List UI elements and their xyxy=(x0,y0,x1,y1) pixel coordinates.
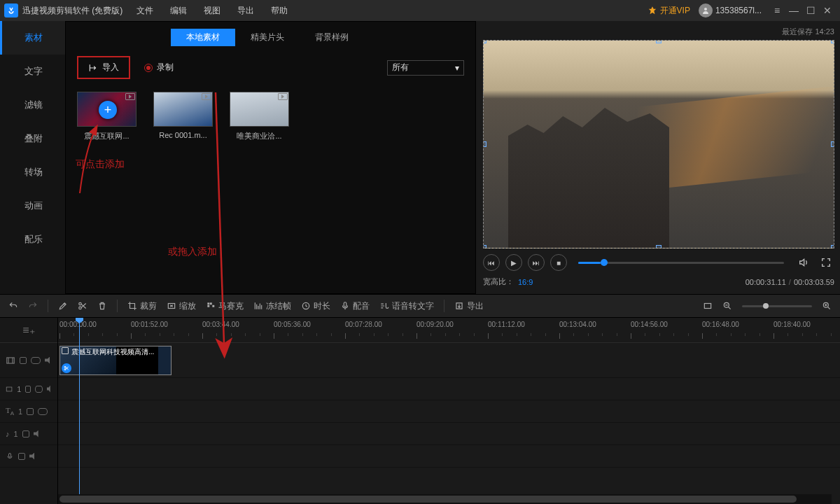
playhead[interactable] xyxy=(79,318,80,504)
crop-button[interactable]: 裁剪 xyxy=(127,300,157,312)
track-header-pip[interactable]: 1 xyxy=(0,378,57,400)
timeline-ruler[interactable]: 00:00:00.0000:01:52.0000:03:44.0000:05:3… xyxy=(58,318,840,343)
media-item[interactable]: Rec 0001.m... xyxy=(153,92,213,141)
svg-rect-4 xyxy=(207,302,209,304)
aspect-label: 宽高比： xyxy=(483,276,514,287)
split-button[interactable] xyxy=(78,301,88,311)
prev-frame-button[interactable]: ⏮ xyxy=(483,254,500,271)
media-tab-intros[interactable]: 精美片头 xyxy=(235,29,300,46)
track-header-audio[interactable]: ♪1 xyxy=(0,423,57,445)
speaker-icon[interactable] xyxy=(34,430,41,438)
speech-to-text-button[interactable]: 语音转文字 xyxy=(379,300,434,312)
vip-button[interactable]: 开通VIP xyxy=(648,5,690,17)
play-button[interactable]: ▶ xyxy=(505,254,522,271)
sidetab-overlay[interactable]: 叠附 xyxy=(0,122,65,155)
save-time: 最近保存 14:23 xyxy=(483,25,834,40)
timeline-clip[interactable]: 震撼互联网科技视频高清... xyxy=(59,346,172,375)
media-tab-local[interactable]: 本地素材 xyxy=(171,29,235,46)
aspect-value[interactable]: 16:9 xyxy=(518,278,533,286)
speaker-icon[interactable] xyxy=(47,386,52,393)
video-icon xyxy=(125,93,135,100)
zoom-slider[interactable] xyxy=(742,305,812,307)
svg-rect-9 xyxy=(344,302,346,307)
menu-edit[interactable]: 编辑 xyxy=(170,5,187,17)
side-tabs: 素材 文字 滤镜 叠附 转场 动画 配乐 xyxy=(0,21,65,294)
eye-icon[interactable] xyxy=(31,357,41,364)
svg-point-1 xyxy=(79,302,82,305)
speaker-icon[interactable] xyxy=(29,453,36,460)
timeline-scrollbar[interactable] xyxy=(58,494,832,504)
filter-dropdown[interactable]: 所有▾ xyxy=(387,60,464,76)
audio-track[interactable] xyxy=(58,423,840,445)
user-account[interactable]: 13538567l... xyxy=(699,4,762,18)
progress-slider[interactable] xyxy=(578,262,784,264)
lock-icon[interactable] xyxy=(22,430,29,438)
export-button[interactable]: 导出 xyxy=(454,300,484,312)
voice-track[interactable] xyxy=(58,445,840,468)
video-icon xyxy=(202,93,211,100)
menu-file[interactable]: 文件 xyxy=(136,5,153,17)
svg-rect-15 xyxy=(9,453,11,457)
titlebar: 迅捷视频剪辑软件 (免费版) 文件 编辑 视图 导出 帮助 开通VIP 1353… xyxy=(0,0,840,21)
track-header-text[interactable]: TA1 xyxy=(0,400,57,423)
duration: 00:03:03.59 xyxy=(794,278,834,286)
media-item[interactable]: 唯美商业洽... xyxy=(230,92,289,141)
volume-icon[interactable] xyxy=(795,254,812,271)
sidetab-music[interactable]: 配乐 xyxy=(0,223,65,256)
sidetab-material[interactable]: 素材 xyxy=(0,21,65,55)
freeze-button[interactable]: 冻结帧 xyxy=(253,300,291,312)
svg-rect-7 xyxy=(212,305,214,307)
mosaic-button[interactable]: 马赛克 xyxy=(206,300,244,312)
record-button[interactable]: 录制 xyxy=(144,62,174,74)
svg-point-2 xyxy=(79,307,82,309)
zoom-out-button[interactable] xyxy=(722,301,732,311)
import-button[interactable]: 导入 xyxy=(77,56,130,79)
close-button[interactable]: ✕ xyxy=(819,5,836,16)
menu-export[interactable]: 导出 xyxy=(237,5,254,17)
speaker-icon[interactable] xyxy=(45,357,52,364)
stop-button[interactable]: ■ xyxy=(550,254,567,271)
sidetab-animation[interactable]: 动画 xyxy=(0,189,65,223)
maximize-button[interactable]: ☐ xyxy=(802,5,819,16)
lock-icon[interactable] xyxy=(20,357,27,364)
minimize-button[interactable]: — xyxy=(785,5,802,16)
menu-help[interactable]: 帮助 xyxy=(271,5,288,17)
fit-button[interactable] xyxy=(703,301,713,311)
track-header-video[interactable] xyxy=(0,343,57,378)
zoom-button[interactable]: 缩放 xyxy=(167,300,196,312)
menu-view[interactable]: 视图 xyxy=(204,5,220,17)
duration-button[interactable]: 时长 xyxy=(301,300,330,312)
lock-icon[interactable] xyxy=(25,386,31,393)
video-track[interactable]: 震撼互联网科技视频高清... xyxy=(58,343,840,378)
avatar-icon xyxy=(699,4,713,18)
lock-icon[interactable] xyxy=(27,408,34,415)
svg-rect-10 xyxy=(704,304,710,309)
undo-button[interactable] xyxy=(8,301,18,311)
eye-icon[interactable] xyxy=(38,408,48,415)
text-track[interactable] xyxy=(58,400,840,423)
fullscreen-icon[interactable] xyxy=(818,254,834,271)
zoom-in-button[interactable] xyxy=(822,301,832,311)
pip-track[interactable] xyxy=(58,378,840,400)
app-logo xyxy=(4,4,18,18)
lock-icon[interactable] xyxy=(18,453,25,460)
edit-button[interactable] xyxy=(58,301,68,311)
hamburger-icon[interactable]: ≡ xyxy=(769,5,785,16)
sidetab-text[interactable]: 文字 xyxy=(0,55,65,88)
dub-button[interactable]: 配音 xyxy=(340,300,370,312)
media-item[interactable]: + 震撼互联网... xyxy=(77,92,136,141)
timeline-menu-button[interactable]: ≡₊ xyxy=(0,318,57,343)
preview-viewer[interactable] xyxy=(483,40,834,248)
svg-rect-5 xyxy=(210,302,212,304)
track-header-voice[interactable] xyxy=(0,445,57,468)
scissors-icon xyxy=(62,363,71,373)
eye-icon[interactable] xyxy=(35,386,43,393)
svg-rect-13 xyxy=(7,357,15,363)
sidetab-transition[interactable]: 转场 xyxy=(0,155,65,189)
media-tab-backgrounds[interactable]: 背景样例 xyxy=(300,29,364,46)
redo-button[interactable] xyxy=(28,301,38,311)
next-frame-button[interactable]: ⏭ xyxy=(528,254,545,271)
sidetab-filter[interactable]: 滤镜 xyxy=(0,88,65,122)
delete-button[interactable] xyxy=(97,301,107,311)
add-icon[interactable]: + xyxy=(99,101,117,119)
